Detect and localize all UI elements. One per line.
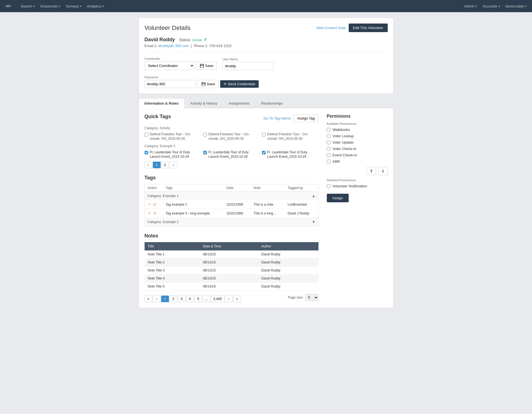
collapse-icon[interactable]: ▲ bbox=[312, 194, 315, 198]
note-author-cell: David Roddy bbox=[258, 275, 318, 283]
pagination-total[interactable]: 2,443 bbox=[211, 296, 224, 302]
tabs-container: Information & Roles Activity & History A… bbox=[139, 98, 394, 308]
date-cell: 10/22/1986 bbox=[224, 209, 251, 218]
note-title-cell: Note Title 2 bbox=[145, 258, 200, 266]
pagination-page-1[interactable]: 1 bbox=[153, 162, 161, 168]
category-example2-label: Category: Example 2 bbox=[145, 144, 318, 148]
category-activity-label: Category: Activity bbox=[145, 126, 318, 130]
volunteer-notification-checkbox[interactable] bbox=[327, 184, 330, 188]
event-checkin-checkbox[interactable] bbox=[327, 153, 330, 157]
collapse-icon[interactable]: ▼ bbox=[312, 220, 315, 224]
tag-checkbox[interactable] bbox=[145, 133, 148, 136]
abr-checkbox[interactable] bbox=[327, 160, 330, 163]
tag-checkbox[interactable] bbox=[203, 151, 207, 154]
voter-lookup-checkbox[interactable] bbox=[327, 134, 330, 138]
pagination-page-5[interactable]: 5 bbox=[194, 296, 202, 302]
coordinator-save-button[interactable]: 💾 Save bbox=[196, 62, 217, 70]
assign-tag-button[interactable]: Assign Tag bbox=[294, 114, 318, 122]
password-group: Password 💾 Save ✈ Send Credentials bbox=[145, 76, 259, 88]
chevron-down-icon: ▾ bbox=[498, 5, 500, 8]
nav-accounts[interactable]: Accounts ▾ bbox=[482, 4, 500, 8]
status-badge: Active bbox=[192, 38, 202, 42]
remove-tag-button[interactable]: ⊘ bbox=[153, 211, 157, 216]
notes-col-date: Date & Time bbox=[199, 242, 258, 250]
tag-checkbox[interactable] bbox=[262, 133, 266, 136]
permissions-column: Permisions Available Permissions Walkboo… bbox=[327, 114, 388, 302]
pagination-page-2[interactable]: 2 bbox=[161, 162, 169, 168]
pagination-page-3[interactable]: 3 bbox=[178, 296, 186, 302]
remove-tag-button[interactable]: ⊘ bbox=[153, 202, 157, 207]
header-card: Volunteer Details View Contact Data Edit… bbox=[139, 18, 394, 94]
chevron-down-icon: ▾ bbox=[525, 5, 526, 8]
notes-pagination: « ‹ 1 2 3 4 5 ... 2,443 › » bbox=[145, 296, 241, 302]
tab-activity-history[interactable]: Activity & History bbox=[184, 98, 223, 108]
nav-surveys[interactable]: Surveys ▾ bbox=[66, 4, 81, 8]
chevron-down-icon: ▾ bbox=[80, 5, 81, 8]
tag-checkbox[interactable] bbox=[262, 151, 266, 154]
nav-admin[interactable]: Admin ▾ bbox=[464, 4, 477, 8]
tab-information-roles[interactable]: Information & Roles bbox=[139, 98, 185, 108]
edit-tag-button[interactable]: ✏ bbox=[148, 211, 152, 216]
list-item: Defend Freedom Tour - Cin-cinnati, OH_20… bbox=[203, 132, 260, 141]
nav-grassroots[interactable]: Grassroots ▾ bbox=[40, 4, 60, 8]
note-cell: This is a note bbox=[251, 200, 285, 209]
table-row: ✏ ⊘ Tag example 3 - long exmaple 10/22/1… bbox=[145, 209, 318, 218]
tab-relationships[interactable]: Relationships bbox=[255, 98, 289, 108]
username-input[interactable] bbox=[222, 62, 274, 70]
password-save-button[interactable]: 💾 Save bbox=[198, 80, 219, 88]
quick-tags-pagination: ‹ 1 2 › bbox=[145, 162, 318, 168]
edit-tag-button[interactable]: ✏ bbox=[148, 202, 152, 207]
category-label: Category: Example 1 bbox=[148, 194, 179, 198]
pagination-page-1[interactable]: 1 bbox=[161, 296, 169, 302]
assign-button[interactable]: Assign bbox=[327, 194, 349, 202]
list-item: Voter Check-In bbox=[327, 147, 388, 151]
top-nav: i360° Search ▾ Grassroots ▾ Surveys ▾ An… bbox=[0, 0, 532, 12]
tag-checkbox[interactable] bbox=[203, 133, 207, 136]
voter-update-checkbox[interactable] bbox=[327, 141, 330, 144]
action-cell: ✏ ⊘ bbox=[145, 200, 163, 209]
table-row: ✏ ⊘ Tag example 2 10/22/1986 This is a n… bbox=[145, 200, 318, 209]
list-item: Event Check-In bbox=[327, 153, 388, 157]
tags-section: Tags Action Tags Date Note Tagged by bbox=[145, 175, 318, 226]
pagination-page-2[interactable]: 2 bbox=[169, 296, 177, 302]
save-icon: 💾 bbox=[201, 82, 206, 86]
pagination-last[interactable]: » bbox=[233, 296, 241, 302]
walkbooks-checkbox[interactable] bbox=[327, 128, 330, 131]
list-item: Walkbooks bbox=[327, 128, 388, 132]
pagination-next[interactable]: › bbox=[225, 296, 233, 302]
note-date-cell: 08/13/15 bbox=[199, 250, 258, 258]
go-to-tag-admin-link[interactable]: Go To Tag Admin bbox=[264, 116, 291, 120]
logo: i360° bbox=[6, 4, 12, 8]
perm-label: Event Check-In bbox=[333, 153, 357, 157]
move-up-button[interactable]: ⇑ bbox=[367, 167, 376, 175]
nav-user[interactable]: david.roddy ▾ bbox=[505, 4, 526, 8]
nav-search[interactable]: Search ▾ bbox=[21, 4, 35, 8]
volunteer-name: David Roddy Status: Active ✓ bbox=[145, 37, 388, 43]
tag-checkbox[interactable] bbox=[145, 151, 148, 154]
view-contact-link[interactable]: View Contact Data bbox=[316, 26, 346, 30]
pagination-prev[interactable]: ‹ bbox=[145, 162, 152, 168]
page-size-select[interactable]: 5 10 25 bbox=[305, 294, 318, 301]
col-date: Date bbox=[224, 184, 251, 192]
note-author-cell: David Roddy bbox=[258, 266, 318, 275]
volunteer-info: David Roddy Status: Active ✓ Email 1: dr… bbox=[145, 37, 388, 48]
tag-label: Ft. Lauderdale Tour of Duty Launch Event… bbox=[150, 150, 201, 159]
email-link[interactable]: droddy@i-360.com bbox=[158, 44, 189, 48]
move-down-button[interactable]: ⇓ bbox=[378, 167, 388, 175]
send-credentials-button[interactable]: ✈ Send Credentials bbox=[220, 80, 259, 88]
coordinator-select[interactable]: Select Coordinator bbox=[145, 61, 194, 70]
col-action: Action bbox=[145, 184, 163, 192]
pagination-next[interactable]: › bbox=[169, 162, 177, 168]
pagination-first[interactable]: « bbox=[145, 296, 152, 302]
tab-assignments[interactable]: Assignments bbox=[223, 98, 255, 108]
tag-grid-activity: Defend Freedom Tour - Cin-cinnati, OH_20… bbox=[145, 132, 318, 141]
nav-analytics[interactable]: Analytics ▾ bbox=[87, 4, 104, 8]
pagination-prev[interactable]: ‹ bbox=[153, 296, 161, 302]
password-input[interactable] bbox=[145, 80, 196, 88]
perm-label: Voter Update bbox=[333, 140, 354, 144]
nav-links: Search ▾ Grassroots ▾ Surveys ▾ Analytic… bbox=[21, 4, 104, 8]
date-cell: 10/22/1986 bbox=[224, 200, 251, 209]
voter-checkin-checkbox[interactable] bbox=[327, 147, 330, 151]
pagination-page-4[interactable]: 4 bbox=[186, 296, 194, 302]
edit-volunteer-button[interactable]: Edit This Volunteer bbox=[349, 24, 388, 32]
